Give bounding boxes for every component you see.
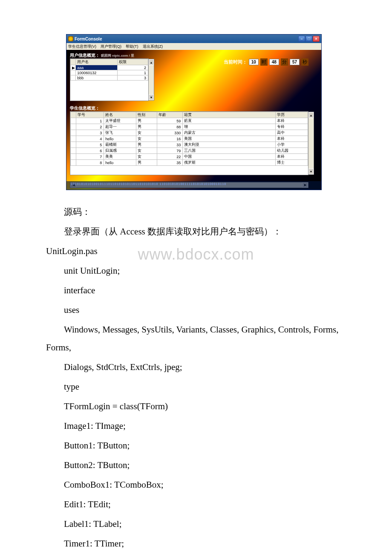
code-line: Button2: TButton; xyxy=(46,456,346,474)
table-row[interactable]: 7美美女22中国本科 xyxy=(71,154,308,160)
time-hour-unit: 时 xyxy=(260,58,268,66)
code-line: TFormLogin = class(TForm) xyxy=(46,397,346,415)
scroll-up-icon[interactable]: ▲ xyxy=(308,112,314,118)
menubar: 学生信息管理(V) 用户管理(Q) 帮助(T) 退出系统(Z) xyxy=(66,43,321,50)
table-row[interactable]: bbb3 xyxy=(71,75,148,81)
source-code-label: 源码： xyxy=(46,203,346,221)
app-window: FormConsole – □ × 学生信息管理(V) 用户管理(Q) 帮助(T… xyxy=(66,34,322,190)
menu-user-mgmt[interactable]: 用户管理(Q) xyxy=(101,44,121,49)
maximize-button[interactable]: □ xyxy=(306,36,312,42)
table-row[interactable]: 5霸槽斯男33澳大利亚小学 xyxy=(71,142,308,148)
students-grid[interactable]: 学号 姓名 性别 年龄 籍贯 学历 1太平盛世男59赔直本科2超导一男88增专科… xyxy=(70,111,308,175)
menu-student-info[interactable]: 学生信息管理(V) xyxy=(68,44,96,49)
code-line: uses xyxy=(46,301,346,319)
table-row[interactable]: 6归属感女79三八国幼儿园 xyxy=(71,148,308,154)
binary-decoration: 1010101010100101110110101010110110101010… xyxy=(66,181,321,190)
table-row[interactable]: 2超导一男88增专科 xyxy=(71,124,308,130)
menu-exit[interactable]: 退出系统(Z) xyxy=(143,44,163,49)
code-line: interface xyxy=(46,281,346,299)
col-age[interactable]: 年龄 xyxy=(157,112,183,118)
students-scrollbar-v[interactable]: ▲ ▼ xyxy=(308,112,314,175)
time-second-unit: 秒 xyxy=(301,58,308,66)
col-username[interactable]: 用户名 xyxy=(76,59,118,65)
col-origin[interactable]: 籍贯 xyxy=(183,112,276,118)
time-minute-unit: 分 xyxy=(281,58,288,66)
time-label: 当前时间： xyxy=(224,59,247,65)
table-row[interactable]: 1太平盛世男59赔直本科 xyxy=(71,118,308,124)
code-line: Button1: TButton; xyxy=(46,436,346,454)
code-line: ComboBox1: TComboBox; xyxy=(46,476,346,494)
col-name[interactable]: 姓名 xyxy=(104,112,136,118)
minimize-button[interactable]: – xyxy=(298,36,305,42)
table-row[interactable]: ▶aaa2 xyxy=(71,65,148,70)
scroll-down-icon[interactable]: ▼ xyxy=(149,94,154,100)
col-permission[interactable]: 权限 xyxy=(118,59,148,65)
window-title: FormConsole xyxy=(75,37,102,41)
scroll-up-icon[interactable]: ▲ xyxy=(149,59,154,65)
titlebar: FormConsole – □ × xyxy=(66,35,321,43)
code-line: Dialogs, StdCtrls, ExtCtrls, jpeg; xyxy=(46,358,346,376)
login-filename: UnitLogin.pas xyxy=(46,242,346,260)
screenshot-figure: FormConsole – □ × 学生信息管理(V) 用户管理(Q) 帮助(T… xyxy=(0,0,392,199)
table-row[interactable]: 1000601321 xyxy=(71,70,148,75)
scroll-down-icon[interactable]: ▼ xyxy=(308,168,314,174)
login-intro: 登录界面（从 Access 数据库读取对比用户名与密码）： xyxy=(46,223,346,240)
students-section-label: 学生信息概览： xyxy=(70,105,100,111)
close-button[interactable]: × xyxy=(313,36,320,42)
app-icon xyxy=(68,36,73,41)
code-line: Timer1: TTimer; xyxy=(46,535,346,552)
code-line: Image1: TImage; xyxy=(46,417,346,435)
table-row[interactable]: 8hello男35俄罗斯博士 xyxy=(71,160,308,166)
time-hour: 10 xyxy=(249,59,259,65)
col-student-id[interactable]: 学号 xyxy=(76,112,104,118)
users-section-label: 用户信息概览： 昵图网 nipic.com / 里 xyxy=(70,52,134,58)
time-minute: 48 xyxy=(269,59,279,65)
col-gender[interactable]: 性别 xyxy=(136,112,157,118)
document-body: www.bdocx.com 源码： 登录界面（从 Access 数据库读取对比用… xyxy=(0,199,392,555)
table-row[interactable]: 4hello女16美国本科 xyxy=(71,136,308,142)
code-line: unit UnitLogin; xyxy=(46,262,346,280)
users-scrollbar[interactable]: ▲ ▼ xyxy=(148,59,154,101)
users-grid[interactable]: 用户名 权限 ▶aaa21000601321bbb3 ▲ ▼ xyxy=(70,58,149,101)
current-time-panel: 当前时间： 10 时 48 分 57 秒 xyxy=(224,58,308,66)
code-line-cont: Forms, xyxy=(46,338,346,356)
col-indicator xyxy=(71,112,76,118)
time-second: 57 xyxy=(290,59,300,65)
code-line: type xyxy=(46,378,346,396)
menu-help[interactable]: 帮助(T) xyxy=(126,44,138,49)
table-row[interactable]: 3张飞女330内蒙古高中 xyxy=(71,130,308,136)
code-line: Edit1: TEdit; xyxy=(46,495,346,513)
col-indicator xyxy=(71,59,76,65)
client-area: 用户信息概览： 昵图网 nipic.com / 里 当前时间： 10 时 48 … xyxy=(66,50,321,190)
code-line: Label1: TLabel; xyxy=(46,515,346,533)
code-line: Windows, Messages, SysUtils, Variants, C… xyxy=(46,321,346,338)
col-education[interactable]: 学历 xyxy=(275,112,308,118)
